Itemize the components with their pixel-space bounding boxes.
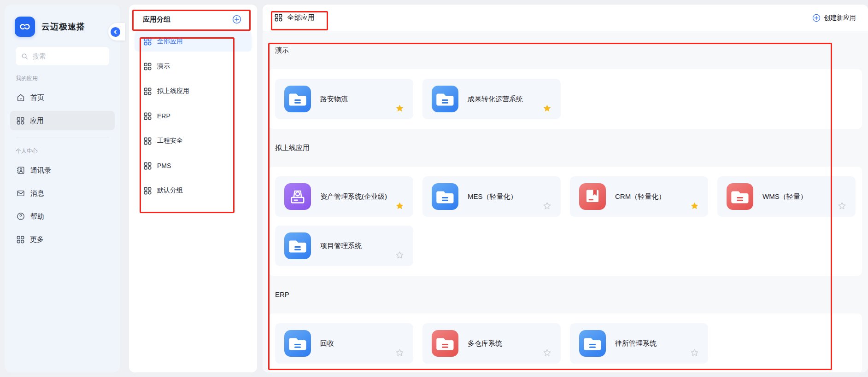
sidebar-divider [16,138,109,138]
star-filled-icon[interactable] [395,104,404,113]
folder-icon [284,232,311,259]
sidebar-item-消息[interactable]: 消息 [10,184,115,203]
app-card-成果转化运营系统[interactable]: 成果转化运营系统 [422,79,561,119]
group-list: 全部应用 演示 拟上线应用 ERP 工程安全 PMS 默认分组 [129,31,257,201]
group-item-label: 全部应用 [157,37,183,46]
folder-icon [432,183,458,210]
sidebar-item-label: 应用 [30,116,44,125]
app-card-多仓库系统[interactable]: 多仓库系统 [422,323,561,364]
main-header-title: 全部应用 [287,13,315,22]
create-app-label: 创建新应用 [824,14,856,22]
contacts-icon [17,166,25,174]
app-name: CRM（轻量化） [615,192,665,201]
groups-panel: 应用分组 全部应用 演示 拟上线应用 ERP 工程安全 PMS 默认分组 [129,5,257,372]
sidebar-collapse-button[interactable] [111,27,120,37]
section-panel: 回收 多仓库系统 律所管理系统 [269,313,862,372]
main-header: 全部应用 创建新应用 [263,5,868,31]
notebook-icon [579,183,606,210]
sidebar-item-label: 更多 [30,235,44,244]
section-title: 拟上线应用 [275,143,856,153]
add-group-button[interactable] [232,15,241,24]
apps-grid-icon [144,63,152,70]
sidebar-section-label: 我的应用 [16,75,120,82]
group-item-默认分组[interactable]: 默认分组 [135,180,252,201]
apps-grid-icon [17,236,24,244]
app-name: 成果转化运营系统 [468,95,523,104]
sidebar-item-更多[interactable]: 更多 [10,230,115,249]
sidebar-item-label: 首页 [30,93,44,102]
sidebar-collapse-pill [108,23,125,41]
group-item-label: 工程安全 [157,137,183,145]
group-item-演示[interactable]: 演示 [135,56,252,76]
group-item-ERP[interactable]: ERP [135,106,252,126]
star-outline-icon[interactable] [543,348,551,357]
app-card-CRM（轻量化）[interactable]: CRM（轻量化） [570,176,708,217]
apps-grid-icon [144,38,152,46]
app-name: MES（轻量化） [468,192,517,201]
search-box[interactable] [16,47,109,65]
sidebar-item-应用[interactable]: 应用 [10,111,115,130]
apps-grid-icon [144,87,152,95]
apps-grid-icon [275,14,282,22]
folder-icon [579,330,606,357]
star-filled-icon[interactable] [395,202,404,210]
app-name: 回收 [320,339,334,348]
section-panel: 资产管理系统(企业级) MES（轻量化） CRM（轻量化） WMS（轻量） 项目… [269,167,862,276]
folder-icon [727,183,753,210]
app-card-路安物流[interactable]: 路安物流 [275,79,413,119]
app-card-项目管理系统[interactable]: 项目管理系统 [275,226,413,266]
app-name: WMS（轻量） [762,192,807,201]
search-icon [21,53,28,60]
sidebar-item-帮助[interactable]: 帮助 [10,207,115,226]
app-card-MES（轻量化）[interactable]: MES（轻量化） [422,176,561,217]
folder-icon [432,86,458,112]
search-input[interactable] [32,52,103,60]
group-item-PMS[interactable]: PMS [135,156,252,176]
sidebar-item-首页[interactable]: 首页 [10,88,115,107]
apps-grid-icon [144,187,152,195]
star-filled-icon[interactable] [690,202,699,210]
apps-grid-icon [144,112,152,120]
star-outline-icon[interactable] [690,348,699,357]
create-app-button[interactable]: 创建新应用 [812,14,856,22]
sidebar-section-label: 个人中心 [16,147,120,155]
app-card-WMS（轻量）[interactable]: WMS（轻量） [717,176,856,217]
app-name: 资产管理系统(企业级) [320,192,387,201]
star-outline-icon[interactable] [543,202,551,210]
star-outline-icon[interactable] [395,251,404,260]
app-name: 项目管理系统 [320,242,362,250]
main-panel: 全部应用 创建新应用 演示 路安物流 成果转化运营系统拟上线应用 资产管理系统(… [263,5,868,372]
sidebar-item-label: 消息 [30,189,44,198]
brand-name: 云迈极速搭 [41,21,85,32]
sidebar: 云迈极速搭 我的应用 首页 应用个人中心 通讯录 消息 [5,5,120,372]
folder-icon [284,330,311,357]
group-item-label: ERP [157,112,170,120]
groups-panel-title: 应用分组 [143,15,170,24]
section-title: ERP [275,290,856,300]
sidebar-item-label: 帮助 [30,212,44,221]
app-card-律所管理系统[interactable]: 律所管理系统 [570,323,708,364]
star-filled-icon[interactable] [543,104,551,113]
sidebar-item-通讯录[interactable]: 通讯录 [10,161,115,180]
current-group-tab[interactable]: 全部应用 [275,13,315,22]
main-content: 演示 路安物流 成果转化运营系统拟上线应用 资产管理系统(企业级) MES（轻量… [263,31,868,372]
app-card-回收[interactable]: 回收 [275,323,413,364]
chevron-left-icon [113,29,118,35]
app-card-资产管理系统(企业级)[interactable]: 资产管理系统(企业级) [275,176,413,217]
apps-grid-icon [144,137,152,145]
home-icon [17,93,25,102]
folder-icon [284,86,311,112]
star-outline-icon[interactable] [395,348,404,357]
star-outline-icon[interactable] [838,202,846,210]
section-panel: 路安物流 成果转化运营系统 [269,69,862,129]
app-name: 路安物流 [320,95,348,104]
group-item-全部应用[interactable]: 全部应用 [135,31,252,52]
mail-icon [17,189,25,197]
group-item-label: 拟上线应用 [157,87,189,95]
groups-panel-header: 应用分组 [129,5,257,24]
sidebar-nav: 我的应用 首页 应用个人中心 通讯录 消息 帮助 更多 [5,75,120,249]
asset-machine-icon [284,183,311,210]
group-item-工程安全[interactable]: 工程安全 [135,131,252,151]
help-icon [17,212,25,220]
group-item-拟上线应用[interactable]: 拟上线应用 [135,81,252,101]
